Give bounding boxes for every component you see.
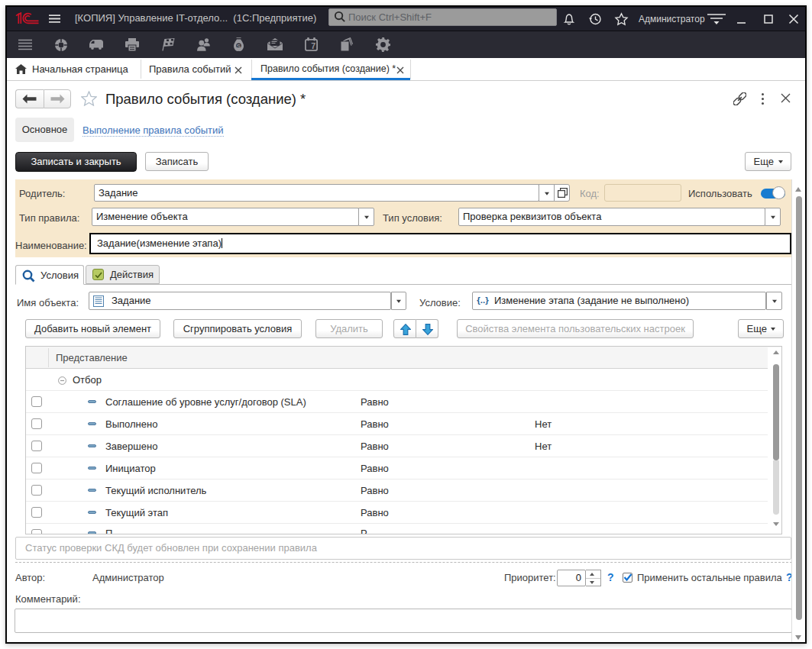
svg-text:7: 7 bbox=[311, 41, 315, 50]
svg-text:S: S bbox=[237, 43, 241, 50]
